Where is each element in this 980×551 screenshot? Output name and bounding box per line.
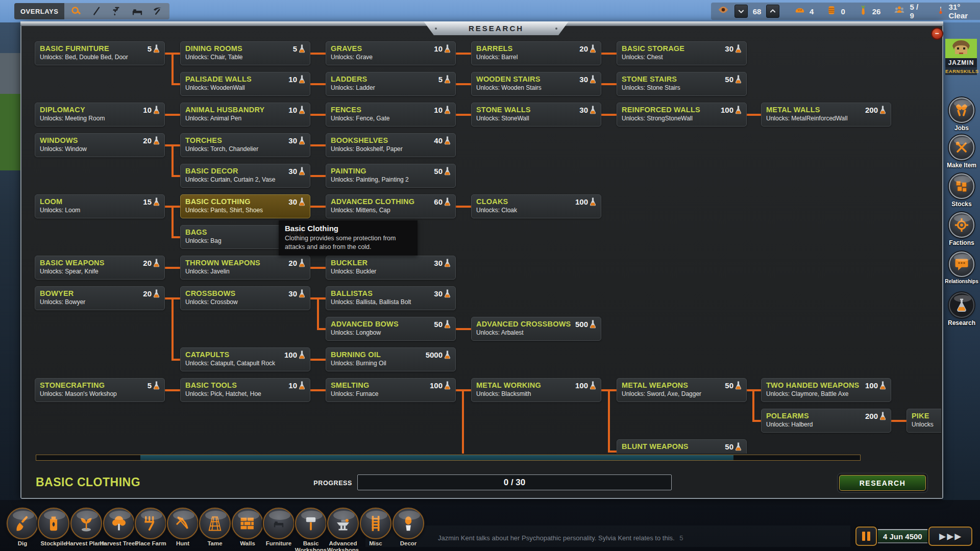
research-node-graves[interactable]: GRAVES10Unlocks: Grave xyxy=(326,41,456,65)
node-name: BURNING OIL xyxy=(331,350,426,359)
research-node-cloaks[interactable]: CLOAKS100Unlocks: Cloak xyxy=(471,194,601,218)
research-node-wooden-stairs[interactable]: WOODEN STAIRS30Unlocks: Wooden Stairs xyxy=(471,72,601,96)
scrollbar-thumb[interactable] xyxy=(140,455,733,460)
research-node-basic-storage[interactable]: BASIC STORAGE30Unlocks: Chest xyxy=(617,41,747,65)
node-cost: 200 xyxy=(865,106,878,114)
research-node-catapults[interactable]: CATAPULTS100Unlocks: Catapult, Catapult … xyxy=(180,347,310,371)
sidebar-item-relationships[interactable]: Relationships xyxy=(942,252,980,284)
pickaxe-icon[interactable] xyxy=(151,5,164,18)
research-node-basic-clothing[interactable]: BASIC CLOTHING30Unlocks: Pants, Shirt, S… xyxy=(180,194,310,218)
research-node-advanced-clothing[interactable]: ADVANCED CLOTHING60Unlocks: Mittens, Cap xyxy=(326,194,456,218)
flask-cost-icon xyxy=(735,381,742,390)
colonists-icon xyxy=(893,5,906,18)
research-node-crossbows[interactable]: CROSSBOWS30Unlocks: Crossbow xyxy=(180,286,310,310)
research-node-diplomacy[interactable]: DIPLOMACY10Unlocks: Meeting Room xyxy=(35,103,165,127)
research-node-smelting[interactable]: SMELTING100Unlocks: Furnace xyxy=(326,378,456,402)
research-node-painting[interactable]: PAINTING50Unlocks: Painting, Painting 2 xyxy=(326,164,456,188)
horizontal-scrollbar[interactable] xyxy=(36,455,861,461)
flask-cost-icon xyxy=(299,197,305,206)
overlays-button[interactable]: OVERLAYS xyxy=(14,3,64,19)
flask-cost-icon xyxy=(299,381,305,390)
node-header: BASIC FURNITURE5 xyxy=(40,44,160,53)
research-node-torches[interactable]: TORCHES30Unlocks: Torch, Chandelier xyxy=(180,133,310,157)
research-node-bookshelves[interactable]: BOOKSHELVES40Unlocks: Bookshelf, Paper xyxy=(326,133,456,157)
chevron-up-button[interactable] xyxy=(766,5,779,18)
research-node-basic-tools[interactable]: BASIC TOOLS10Unlocks: Pick, Hatchet, Hoe xyxy=(180,378,310,402)
colonist-subtab[interactable]: EARNSKILLS xyxy=(945,67,977,75)
sidebar-item-research[interactable]: Research xyxy=(942,292,980,327)
node-cost: 20 xyxy=(579,44,588,53)
research-node-bowyer[interactable]: BOWYER20Unlocks: Bowyer xyxy=(35,286,165,310)
node-unlocks: Unlocks: Ladder xyxy=(331,84,451,91)
tree-connector xyxy=(174,83,180,85)
node-header: PALISADE WALLS10 xyxy=(185,74,305,84)
research-node-metal-walls[interactable]: METAL WALLS200Unlocks: MetalReinforcedWa… xyxy=(761,103,891,127)
node-header: BASIC CLOTHING30 xyxy=(185,197,305,206)
node-unlocks: Unlocks: Ballista, Ballista Bolt xyxy=(331,298,451,306)
research-node-fences[interactable]: FENCES10Unlocks: Fence, Gate xyxy=(326,103,456,127)
research-node-thrown-weapons[interactable]: THROWN WEAPONS20Unlocks: Javelin xyxy=(180,256,310,280)
research-node-ballistas[interactable]: BALLISTAS30Unlocks: Ballista, Ballista B… xyxy=(326,286,456,310)
crossed-tools-icon xyxy=(949,135,974,160)
node-cost: 5000 xyxy=(426,350,443,359)
node-header: THROWN WEAPONS20 xyxy=(185,258,305,267)
research-button[interactable]: RESEARCH xyxy=(837,473,928,493)
sidebar-item-label: Relationships xyxy=(942,279,980,284)
research-node-stone-walls[interactable]: STONE WALLS30Unlocks: StoneWall xyxy=(471,103,601,127)
research-node-advanced-crossbows[interactable]: ADVANCED CROSSBOWS500Unlocks: Arbalest xyxy=(471,317,601,341)
node-name: PALISADE WALLS xyxy=(185,75,288,83)
sidebar-item-make-item[interactable]: Make Item xyxy=(942,135,980,169)
close-button[interactable]: – xyxy=(931,28,943,40)
sidebar-item-jobs[interactable]: Jobs xyxy=(942,97,980,132)
water-icon[interactable] xyxy=(110,5,124,18)
research-node-reinforced-walls[interactable]: REINFORCED WALLS100Unlocks: StrongStoneW… xyxy=(617,103,747,127)
research-node-stonecrafting[interactable]: STONECRAFTING5Unlocks: Mason's Workshop xyxy=(35,378,165,402)
chevron-down-button[interactable] xyxy=(734,5,748,18)
research-node-basic-weapons[interactable]: BASIC WEAPONS20Unlocks: Spear, Knife xyxy=(35,256,165,280)
research-node-two-handed-weapons[interactable]: TWO HANDED WEAPONS100Unlocks: Claymore, … xyxy=(761,378,891,402)
sidebar-item-stocks[interactable]: Stocks xyxy=(942,173,980,208)
research-node-blunt-weapons[interactable]: BLUNT WEAPONS50 xyxy=(617,439,747,454)
magnifier-icon[interactable] xyxy=(69,5,83,18)
node-name: BASIC TOOLS xyxy=(185,381,288,389)
toolbar-item-decor[interactable]: Decor xyxy=(385,508,432,547)
node-cost: 200 xyxy=(865,412,878,420)
blade-icon[interactable] xyxy=(90,5,103,18)
research-node-buckler[interactable]: BUCKLER30Unlocks: Buckler xyxy=(326,256,456,280)
pause-button[interactable] xyxy=(855,527,877,546)
research-node-barrels[interactable]: BARRELS20Unlocks: Barrel xyxy=(471,41,601,65)
research-node-metal-working[interactable]: METAL WORKING100Unlocks: Blacksmith xyxy=(471,378,601,402)
play-icon[interactable]: ▶ xyxy=(954,531,961,542)
research-node-polearms[interactable]: POLEARMS200Unlocks: Halberd xyxy=(761,409,891,433)
research-node-animal-husbandry[interactable]: ANIMAL HUSBANDRY10Unlocks: Animal Pen xyxy=(180,103,310,127)
event-ticker[interactable]: Jazmin Kent talks about her Psychopathic… xyxy=(438,534,683,542)
node-header: CATAPULTS100 xyxy=(185,350,305,359)
colonist-portrait[interactable]: JAZMIN EARNSKILLS xyxy=(945,39,977,75)
tree-connector xyxy=(310,206,326,208)
speed-buttons[interactable]: ▶▶▶ xyxy=(928,527,972,546)
flask-cost-icon xyxy=(153,44,160,53)
research-node-advanced-bows[interactable]: ADVANCED BOWS50Unlocks: Longbow xyxy=(326,317,456,341)
research-node-loom[interactable]: LOOM15Unlocks: Loom xyxy=(35,194,165,218)
play-icon[interactable]: ▶ xyxy=(939,531,946,542)
research-node-stone-stairs[interactable]: STONE STAIRS50Unlocks: Stone Stairs xyxy=(617,72,747,96)
node-unlocks: Unlocks: Loom xyxy=(40,207,160,214)
research-node-metal-weapons[interactable]: METAL WEAPONS50Unlocks: Sword, Axe, Dagg… xyxy=(617,378,747,402)
research-node-burning-oil[interactable]: BURNING OIL5000Unlocks: Burning Oil xyxy=(326,347,456,371)
eye-icon[interactable] xyxy=(717,5,729,18)
overlays-bar: OVERLAYS xyxy=(14,3,169,19)
research-node-ladders[interactable]: LADDERS5Unlocks: Ladder xyxy=(326,72,456,96)
research-node-basic-furniture[interactable]: BASIC FURNITURE5Unlocks: Bed, Double Bed… xyxy=(35,41,165,65)
research-node-windows[interactable]: WINDOWS20Unlocks: Window xyxy=(35,133,165,157)
flask-cost-icon xyxy=(299,74,305,84)
research-node-basic-decor[interactable]: BASIC DECOR30Unlocks: Curtain, Curtain 2… xyxy=(180,164,310,188)
research-node-dining-rooms[interactable]: DINING ROOMS5Unlocks: Chair, Table xyxy=(180,41,310,65)
world-field xyxy=(0,94,21,170)
play-icon[interactable]: ▶ xyxy=(947,531,953,542)
bed-icon[interactable] xyxy=(131,5,144,18)
research-node-palisade-walls[interactable]: PALISADE WALLS10Unlocks: WoodenWall xyxy=(180,72,310,96)
research-node-pike[interactable]: PIKEUnlocks xyxy=(906,409,941,433)
node-name: GRAVES xyxy=(331,44,434,53)
node-unlocks: Unlocks: Sword, Axe, Dagger xyxy=(622,390,742,397)
sidebar-item-factions[interactable]: Factions xyxy=(942,212,980,246)
